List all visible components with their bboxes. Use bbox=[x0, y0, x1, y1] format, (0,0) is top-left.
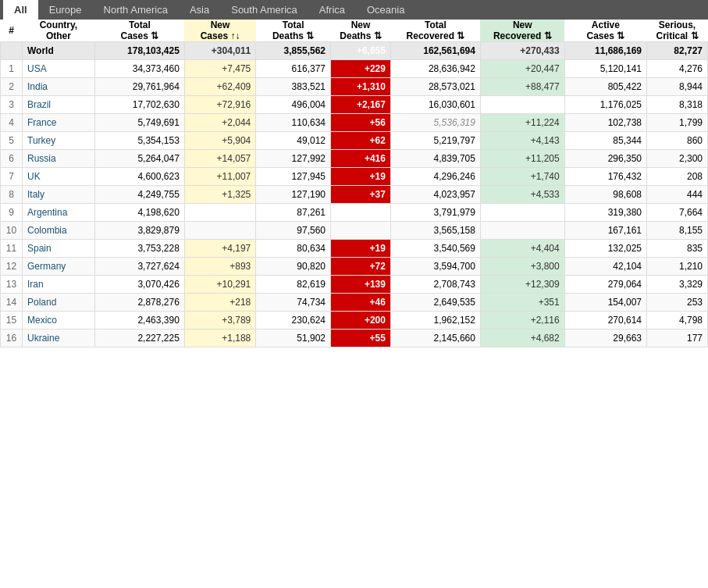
row-rank: 11 bbox=[1, 240, 23, 258]
table-row: 9Argentina4,198,62087,2613,791,979319,38… bbox=[1, 204, 708, 222]
col-total-cases[interactable]: TotalCases ⇅ bbox=[94, 20, 184, 42]
tab-bar: All Europe North America Asia South Amer… bbox=[0, 0, 708, 20]
row-new-recovered: +4,533 bbox=[480, 186, 564, 204]
row-active-cases: 279,064 bbox=[564, 276, 646, 294]
row-new-deaths: +2,167 bbox=[331, 96, 391, 114]
row-rank: 3 bbox=[1, 96, 23, 114]
row-new-recovered: +1,740 bbox=[480, 168, 564, 186]
row-country[interactable]: France bbox=[23, 114, 95, 132]
row-country[interactable]: UK bbox=[23, 168, 95, 186]
tab-europe[interactable]: Europe bbox=[38, 0, 93, 20]
row-active-cases: 154,007 bbox=[564, 294, 646, 312]
row-country[interactable]: Italy bbox=[23, 186, 95, 204]
row-total-recovered: 28,636,942 bbox=[390, 60, 480, 78]
col-total-recovered[interactable]: TotalRecovered ⇅ bbox=[390, 20, 480, 42]
tab-oceania[interactable]: Oceania bbox=[356, 0, 415, 20]
row-total-cases: 4,249,755 bbox=[94, 186, 184, 204]
row-new-deaths: +200 bbox=[331, 312, 391, 330]
row-country[interactable]: Colombia bbox=[23, 222, 95, 240]
col-total-deaths[interactable]: TotalDeaths ⇅ bbox=[256, 20, 331, 42]
row-country[interactable]: Iran bbox=[23, 276, 95, 294]
col-new-recovered[interactable]: NewRecovered ⇅ bbox=[480, 20, 564, 42]
row-serious: 8,318 bbox=[647, 96, 708, 114]
row-total-recovered: 3,594,700 bbox=[390, 258, 480, 276]
world-total-cases: 178,103,425 bbox=[94, 42, 184, 60]
row-new-recovered bbox=[480, 204, 564, 222]
table-row: 13Iran3,070,426+10,29182,619+1392,708,74… bbox=[1, 276, 708, 294]
row-country[interactable]: Argentina bbox=[23, 204, 95, 222]
row-serious: 2,300 bbox=[647, 150, 708, 168]
row-total-cases: 5,354,153 bbox=[94, 132, 184, 150]
tab-south-america[interactable]: South America bbox=[220, 0, 308, 20]
row-rank: 1 bbox=[1, 60, 23, 78]
row-new-recovered: +3,800 bbox=[480, 258, 564, 276]
row-total-deaths: 51,902 bbox=[256, 330, 331, 347]
col-new-deaths[interactable]: NewDeaths ⇅ bbox=[331, 20, 391, 42]
row-total-recovered: 4,023,957 bbox=[390, 186, 480, 204]
row-total-recovered: 4,296,246 bbox=[390, 168, 480, 186]
row-total-recovered: 2,708,743 bbox=[390, 276, 480, 294]
row-new-deaths: +37 bbox=[331, 186, 391, 204]
row-country[interactable]: India bbox=[23, 78, 95, 96]
row-country[interactable]: Germany bbox=[23, 258, 95, 276]
row-country[interactable]: USA bbox=[23, 60, 95, 78]
row-total-deaths: 74,734 bbox=[256, 294, 331, 312]
col-active-cases[interactable]: ActiveCases ⇅ bbox=[564, 20, 646, 42]
row-active-cases: 319,380 bbox=[564, 204, 646, 222]
row-country[interactable]: Poland bbox=[23, 294, 95, 312]
world-rank bbox=[1, 42, 23, 60]
row-new-deaths: +1,310 bbox=[331, 78, 391, 96]
row-country[interactable]: Brazil bbox=[23, 96, 95, 114]
row-new-recovered: +4,682 bbox=[480, 330, 564, 347]
row-rank: 13 bbox=[1, 276, 23, 294]
tab-all[interactable]: All bbox=[3, 0, 38, 20]
col-serious[interactable]: Serious,Critical ⇅ bbox=[647, 20, 708, 42]
row-new-deaths: +72 bbox=[331, 258, 391, 276]
col-country[interactable]: Country,Other bbox=[23, 20, 95, 42]
table-row: 7UK4,600,623+11,007127,945+194,296,246+1… bbox=[1, 168, 708, 186]
row-total-recovered: 3,791,979 bbox=[390, 204, 480, 222]
table-row: 4France5,749,691+2,044110,634+565,536,31… bbox=[1, 114, 708, 132]
row-serious: 7,664 bbox=[647, 204, 708, 222]
world-row: World 178,103,425 +304,011 3,855,562 +6,… bbox=[1, 42, 708, 60]
row-serious: 4,798 bbox=[647, 312, 708, 330]
row-serious: 3,329 bbox=[647, 276, 708, 294]
world-active-cases: 11,686,169 bbox=[564, 42, 646, 60]
row-total-recovered: 5,536,319 bbox=[390, 114, 480, 132]
column-header-row: # Country,Other TotalCases ⇅ NewCases ↑↓… bbox=[1, 20, 708, 42]
row-total-recovered: 28,573,021 bbox=[390, 78, 480, 96]
col-rank[interactable]: # bbox=[1, 20, 23, 42]
col-new-cases[interactable]: NewCases ↑↓ bbox=[184, 20, 255, 42]
row-active-cases: 805,422 bbox=[564, 78, 646, 96]
tab-africa[interactable]: Africa bbox=[308, 0, 356, 20]
table-row: 15Mexico2,463,390+3,789230,624+2001,962,… bbox=[1, 312, 708, 330]
world-total-recovered: 162,561,694 bbox=[390, 42, 480, 60]
row-new-cases: +893 bbox=[184, 258, 255, 276]
row-country[interactable]: Spain bbox=[23, 240, 95, 258]
row-new-deaths: +416 bbox=[331, 150, 391, 168]
row-active-cases: 176,432 bbox=[564, 168, 646, 186]
row-active-cases: 42,104 bbox=[564, 258, 646, 276]
row-total-recovered: 2,649,535 bbox=[390, 294, 480, 312]
row-country[interactable]: Russia bbox=[23, 150, 95, 168]
row-serious: 444 bbox=[647, 186, 708, 204]
row-new-recovered bbox=[480, 222, 564, 240]
covid-table: # Country,Other TotalCases ⇅ NewCases ↑↓… bbox=[0, 20, 708, 347]
row-total-cases: 2,227,225 bbox=[94, 330, 184, 347]
row-new-cases: +5,904 bbox=[184, 132, 255, 150]
row-total-deaths: 97,560 bbox=[256, 222, 331, 240]
row-serious: 8,155 bbox=[647, 222, 708, 240]
row-country[interactable]: Mexico bbox=[23, 312, 95, 330]
tab-north-america[interactable]: North America bbox=[93, 0, 179, 20]
row-country[interactable]: Turkey bbox=[23, 132, 95, 150]
tab-asia[interactable]: Asia bbox=[179, 0, 220, 20]
row-active-cases: 1,176,025 bbox=[564, 96, 646, 114]
row-total-cases: 3,753,228 bbox=[94, 240, 184, 258]
table-row: 5Turkey5,354,153+5,90449,012+625,219,797… bbox=[1, 132, 708, 150]
row-new-recovered: +4,143 bbox=[480, 132, 564, 150]
row-total-deaths: 230,624 bbox=[256, 312, 331, 330]
row-new-deaths: +19 bbox=[331, 168, 391, 186]
row-total-deaths: 127,992 bbox=[256, 150, 331, 168]
row-total-deaths: 127,190 bbox=[256, 186, 331, 204]
row-country[interactable]: Ukraine bbox=[23, 330, 95, 347]
